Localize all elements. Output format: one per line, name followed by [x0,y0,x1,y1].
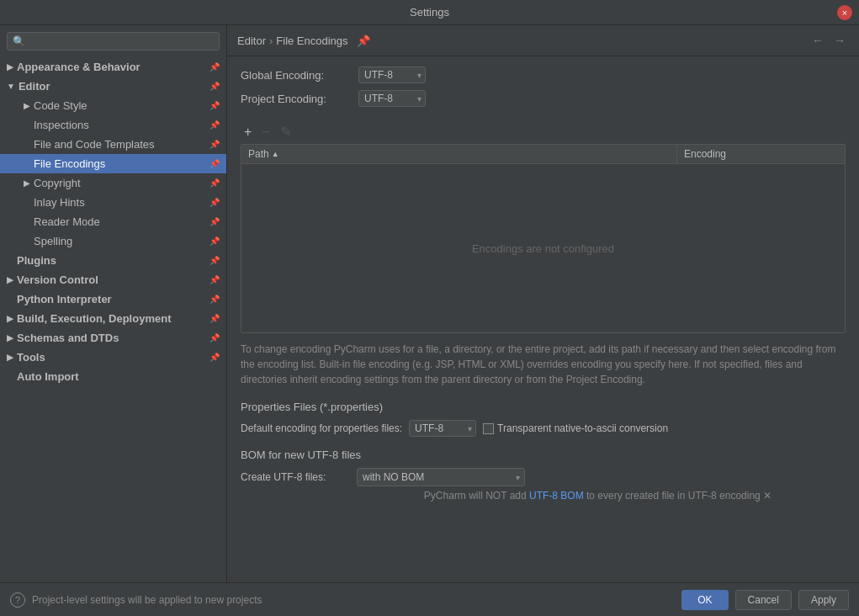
create-utf8-label: Create UTF-8 files: [241,471,350,483]
nav-back-button[interactable]: ← [809,32,827,49]
pin-editor: 📌 [209,82,220,91]
pin-plugins: 📌 [209,256,220,265]
transparent-checkbox-label: Transparent native-to-ascii conversion [497,422,668,434]
edit-encoding-button[interactable]: ✎ [277,124,294,141]
sidebar-item-build-execution[interactable]: ▶ Build, Execution, Deployment 📌 [0,309,226,328]
properties-encoding-select[interactable]: UTF-8 [409,420,476,437]
breadcrumb-separator: › [269,35,273,47]
sidebar-item-tools[interactable]: ▶ Tools 📌 [0,348,226,367]
window-title: Settings [410,6,449,19]
encoding-section: Global Encoding: UTF-8 Project Encoding:… [227,56,859,120]
bom-select-wrap: with NO BOM [357,468,525,486]
sidebar-item-inspections[interactable]: ▶ Inspections 📌 [0,115,226,135]
sidebar-item-label: Reader Mode [34,215,100,228]
sidebar: 🔍 ▶ Appearance & Behavior 📌 ▼ Editor 📌 ▶… [0,25,227,582]
close-button[interactable]: × [837,5,852,20]
column-path[interactable]: Path ▲ [241,145,676,163]
sidebar-item-code-style[interactable]: ▶ Code Style 📌 [0,96,226,115]
pin-spelling: 📌 [209,236,220,246]
sidebar-item-label: Inlay Hints [34,196,85,209]
content-header: Editor › File Encodings 📌 ← → [227,25,859,56]
bom-note-text: PyCharm will NOT add [424,490,527,502]
expand-arrow-code-style: ▶ [24,101,30,110]
sidebar-item-label: Auto Import [17,370,79,383]
sidebar-item-label: Python Interpreter [17,293,112,305]
pin-reader: 📌 [209,217,220,226]
column-encoding[interactable]: Encoding [676,145,845,163]
table-toolbar: + − ✎ [227,120,859,144]
bom-section: BOM for new UTF-8 files Create UTF-8 fil… [241,449,846,502]
expand-arrow-schemas: ▶ [7,333,13,343]
sidebar-item-label: Plugins [17,254,56,267]
bom-select[interactable]: with NO BOM [357,468,525,486]
sidebar-item-schemas-dtds[interactable]: ▶ Schemas and DTDs 📌 [0,328,226,348]
add-encoding-button[interactable]: + [241,124,255,141]
sidebar-item-appearance[interactable]: ▶ Appearance & Behavior 📌 [0,57,226,77]
sidebar-item-copyright[interactable]: ▶ Copyright 📌 [0,173,226,193]
properties-section: Properties Files (*.properties) Default … [241,401,846,442]
expand-arrow-build: ▶ [7,314,13,323]
project-encoding-select[interactable]: UTF-8 [358,90,426,107]
sidebar-item-editor[interactable]: ▼ Editor 📌 [0,77,226,96]
global-encoding-select-wrap: UTF-8 [358,66,426,83]
bom-note: PyCharm will NOT add UTF-8 BOM to every … [241,490,846,502]
main-layout: 🔍 ▶ Appearance & Behavior 📌 ▼ Editor 📌 ▶… [0,25,859,582]
pin-file-enc: 📌 [209,159,220,168]
search-input[interactable] [29,35,214,47]
breadcrumb-editor: Editor [237,35,266,47]
sidebar-item-label: Copyright [34,177,81,189]
sidebar-item-version-control[interactable]: ▶ Version Control 📌 [0,270,226,289]
remove-encoding-button[interactable]: − [258,124,273,141]
ok-button[interactable]: OK [681,590,728,610]
pin-inlay: 📌 [209,198,220,207]
sidebar-item-label: Build, Execution, Deployment [17,312,171,325]
sidebar-item-reader-mode[interactable]: ▶ Reader Mode 📌 [0,212,226,231]
sidebar-item-inlay-hints[interactable]: ▶ Inlay Hints 📌 [0,193,226,212]
pin-inspections: 📌 [209,120,220,130]
pin-build: 📌 [209,314,220,323]
bottom-buttons: OK Cancel Apply [681,590,849,610]
global-encoding-select[interactable]: UTF-8 [358,66,426,83]
path-encoding-table: Path ▲ Encoding Encodings are not config… [241,144,846,333]
search-box[interactable]: 🔍 [7,32,220,50]
sidebar-item-file-encodings[interactable]: ▶ File Encodings 📌 [0,154,226,173]
encoding-info-text: To change encoding PyCharm uses for a fi… [241,342,846,387]
project-encoding-label: Project Encoding: [241,93,358,105]
default-encoding-label: Default encoding for properties files: [241,422,402,434]
pin-python: 📌 [209,295,220,304]
global-encoding-row: Global Encoding: UTF-8 [241,66,846,83]
properties-encoding-select-wrap: UTF-8 [409,420,476,437]
sidebar-item-file-code-templates[interactable]: ▶ File and Code Templates 📌 [0,135,226,154]
transparent-checkbox[interactable] [483,423,494,434]
title-bar: Settings × [0,0,859,25]
global-encoding-label: Global Encoding: [241,69,358,82]
table-header: Path ▲ Encoding [241,145,845,164]
sidebar-item-spelling[interactable]: ▶ Spelling 📌 [0,231,226,251]
sidebar-item-label: Tools [17,351,45,364]
content-area: Editor › File Encodings 📌 ← → Global Enc… [227,25,859,582]
nav-forward-button[interactable]: → [830,32,849,49]
sidebar-item-label: Code Style [34,99,87,112]
sidebar-item-plugins[interactable]: ▶ Plugins 📌 [0,251,226,270]
project-encoding-select-wrap: UTF-8 [358,90,426,107]
apply-button[interactable]: Apply [798,590,849,610]
pin-tools: 📌 [209,353,220,362]
breadcrumb-file-encodings: File Encodings [276,35,347,47]
table-body: Encodings are not configured [241,164,845,332]
pin-content-icon[interactable]: 📌 [357,35,370,47]
bottom-bar: ? Project-level settings will be applied… [0,582,859,616]
bom-section-title: BOM for new UTF-8 files [241,449,846,461]
expand-arrow-appearance: ▶ [7,62,13,72]
pin-schemas: 📌 [209,333,220,343]
pin-code-style: 📌 [209,101,220,110]
help-button[interactable]: ? [10,592,25,608]
transparent-checkbox-wrap: Transparent native-to-ascii conversion [483,422,668,434]
expand-arrow-vc: ▶ [7,275,13,284]
sidebar-item-python-interpreter[interactable]: ▶ Python Interpreter 📌 [0,289,226,309]
sidebar-item-label: File and Code Templates [34,138,155,151]
sidebar-item-label: Spelling [34,235,72,247]
cancel-button[interactable]: Cancel [735,590,792,610]
sidebar-item-auto-import[interactable]: ▶ Auto Import [0,367,226,386]
pin-copyright: 📌 [209,178,220,188]
bom-note-link[interactable]: UTF-8 BOM [529,490,584,502]
